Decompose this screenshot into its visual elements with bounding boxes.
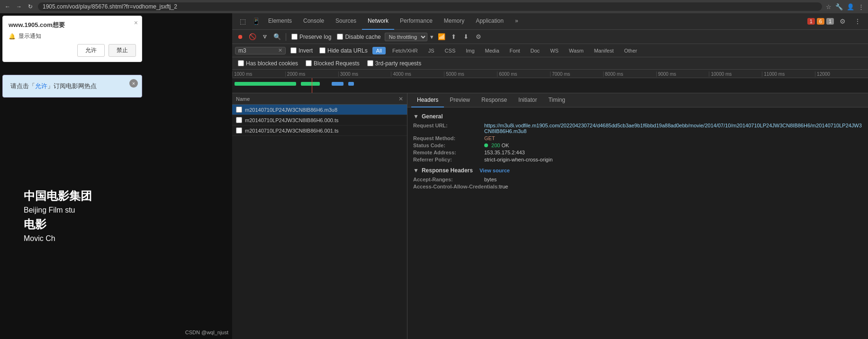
tab-sources[interactable]: Sources <box>330 13 362 30</box>
tab-network[interactable]: Network <box>362 13 394 30</box>
notification-close[interactable]: × <box>134 19 138 27</box>
tab-elements[interactable]: Elements <box>262 13 298 30</box>
timeline-cursor <box>312 78 312 93</box>
network-row-1[interactable]: m20140710LP24JW3CN8IB86H6.000.ts <box>232 115 407 125</box>
remote-address-row: Remote Address: 153.35.175.2:443 <box>413 150 862 155</box>
export-icon[interactable]: ⬇ <box>461 32 471 42</box>
method-label: Request Method: <box>413 135 484 141</box>
detail-tab-initiator[interactable]: Initiator <box>513 93 542 107</box>
blocked-requests-checkbox[interactable] <box>306 60 312 66</box>
reload-icon[interactable]: ↻ <box>27 3 34 10</box>
access-control-label: Access-Control-Allow-Credentials: <box>413 184 499 189</box>
has-blocked-cookies-checkbox[interactable] <box>238 60 244 66</box>
third-party-label[interactable]: 3rd-party requests <box>365 60 423 67</box>
network-toolbar: ⏺ 🚫 ⛛ 🔍 Preserve log Disable cache No th… <box>232 30 868 44</box>
tab-application[interactable]: Application <box>470 13 509 30</box>
detail-panel: Headers Preview Response Initiator Timin… <box>407 93 868 339</box>
devtools-settings-icon[interactable]: ⚙ <box>473 32 484 42</box>
blocked-requests-label[interactable]: Blocked Requests <box>304 60 362 67</box>
tick-4000: 4000 ms <box>391 71 444 77</box>
filter-type-manifest[interactable]: Manifest <box>590 47 618 54</box>
remote-address-value: 153.35.175.2:443 <box>484 150 862 155</box>
subscribe-link[interactable]: 允许 <box>35 82 47 89</box>
menu-icon[interactable]: ⋮ <box>858 3 864 10</box>
address-url[interactable]: 1905.com/vod/play/85676.shtml?fr=vodhome… <box>38 2 822 11</box>
invert-checkbox[interactable] <box>290 47 297 54</box>
filter-button[interactable]: ⛛ <box>260 32 270 42</box>
third-party-checkbox[interactable] <box>367 60 373 66</box>
network-row-2[interactable]: m20140710LP24JW3CN8IB86H6.001.ts <box>232 125 407 136</box>
network-icon[interactable]: 📶 <box>436 32 447 42</box>
filter-type-media[interactable]: Media <box>481 47 503 54</box>
bookmark-icon[interactable]: ☆ <box>826 3 832 10</box>
import-icon[interactable]: ⬆ <box>449 32 459 42</box>
row-checkbox-2[interactable] <box>236 127 242 134</box>
method-row: Request Method: GET <box>413 135 862 141</box>
hide-data-urls-label[interactable]: Hide data URLs <box>317 47 370 54</box>
filter-type-css[interactable]: CSS <box>441 47 460 54</box>
view-source-link[interactable]: View source <box>479 168 510 173</box>
network-row-0[interactable]: m20140710LP24JW3CN8IB86H6.m3u8 <box>232 105 407 115</box>
record-button[interactable]: ⏺ <box>235 32 245 42</box>
filter-type-doc[interactable]: Doc <box>527 47 544 54</box>
general-section-header[interactable]: ▼ General <box>413 113 862 120</box>
subscribe-close[interactable]: × <box>129 79 138 88</box>
preserve-log-checkbox[interactable] <box>291 34 298 40</box>
filter-type-other[interactable]: Other <box>620 47 641 54</box>
status-text: OK <box>501 143 509 148</box>
disable-cache-label[interactable]: Disable cache <box>335 34 382 40</box>
row-name-1: m20140710LP24JW3CN8IB86H6.000.ts <box>245 117 339 123</box>
hide-data-urls-text: Hide data URLs <box>327 47 368 54</box>
status-value: 200 OK <box>484 143 862 148</box>
filter-type-all[interactable]: All <box>372 47 386 54</box>
device-icon[interactable]: 📱 <box>249 13 262 30</box>
filter-clear-button[interactable]: ✕ <box>278 47 282 54</box>
filter-type-fetch[interactable]: Fetch/XHR <box>389 47 422 54</box>
devtools-more-icon[interactable]: ⋮ <box>851 13 864 30</box>
network-list: Name ✕ m20140710LP24JW3CN8IB86H6.m3u8 m2… <box>232 93 407 339</box>
filter-input[interactable] <box>238 47 276 54</box>
filter-type-ws[interactable]: WS <box>546 47 562 54</box>
deny-button[interactable]: 禁止 <box>108 44 136 57</box>
search-button[interactable]: 🔍 <box>272 32 282 42</box>
user-icon[interactable]: 👤 <box>847 3 854 10</box>
throttle-select[interactable]: No throttling <box>385 33 427 41</box>
detail-tab-headers[interactable]: Headers <box>411 93 444 107</box>
row-checkbox-0[interactable] <box>236 107 242 113</box>
video-line4: Movic Ch <box>24 233 92 244</box>
detail-tab-response[interactable]: Response <box>476 93 513 107</box>
invert-label[interactable]: Invert <box>289 47 315 54</box>
tab-more[interactable]: » <box>509 13 524 30</box>
extension-icon[interactable]: 🔧 <box>835 3 843 10</box>
third-party-text: 3rd-party requests <box>375 60 421 67</box>
warning-badge: 6 <box>817 18 824 25</box>
detail-tab-preview[interactable]: Preview <box>444 93 476 107</box>
row-checkbox-1[interactable] <box>236 117 242 123</box>
has-blocked-cookies-label[interactable]: Has blocked cookies <box>236 60 300 67</box>
settings-icon[interactable]: ⚙ <box>836 13 849 30</box>
forward-icon[interactable]: → <box>15 3 23 10</box>
inspect-icon[interactable]: ⬚ <box>236 13 249 30</box>
hide-data-urls-checkbox[interactable] <box>319 47 326 54</box>
clear-button[interactable]: 🚫 <box>247 32 258 42</box>
row-name-0: m20140710LP24JW3CN8IB86H6.m3u8 <box>245 107 337 113</box>
preserve-log-label[interactable]: Preserve log <box>289 34 333 40</box>
disable-cache-checkbox[interactable] <box>337 34 343 40</box>
filter-type-wasm[interactable]: Wasm <box>565 47 588 54</box>
bell-icon: 🔔 <box>9 33 16 40</box>
tick-10000: 10000 ms <box>709 71 762 77</box>
tab-memory[interactable]: Memory <box>438 13 470 30</box>
filter-type-font[interactable]: Font <box>506 47 524 54</box>
allow-button[interactable]: 允许 <box>77 44 105 57</box>
detail-tab-timing[interactable]: Timing <box>542 93 571 107</box>
response-headers-section[interactable]: ▼ Response Headers View source <box>413 167 862 174</box>
notification-popup: www.1905.com想要 × 🔔 显示通知 允许 禁止 <box>2 16 142 62</box>
close-panel-button[interactable]: ✕ <box>398 96 403 102</box>
filter-type-img[interactable]: Img <box>462 47 478 54</box>
filter-input-wrap: ✕ <box>235 47 286 54</box>
tick-6000: 6000 ms <box>497 71 550 77</box>
tab-console[interactable]: Console <box>298 13 330 30</box>
back-icon[interactable]: ← <box>4 3 11 10</box>
tab-performance[interactable]: Performance <box>394 13 438 30</box>
filter-type-js[interactable]: JS <box>425 47 438 54</box>
